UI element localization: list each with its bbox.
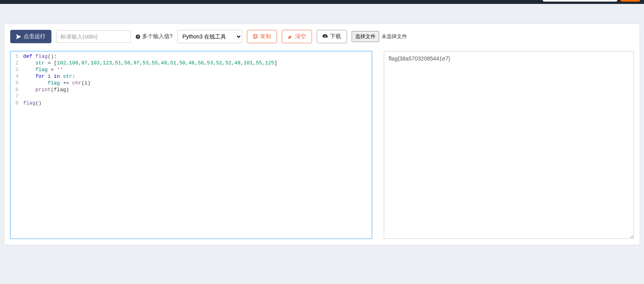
- copy-icon: [253, 34, 258, 39]
- eraser-icon: [288, 34, 293, 39]
- file-chooser[interactable]: 选择文件 未选择文件: [352, 31, 407, 42]
- copy-button[interactable]: 复制: [247, 30, 277, 43]
- output-text: flag{38a57032085441e7}: [389, 55, 451, 62]
- paper-plane-icon: [16, 34, 21, 39]
- run-button-label: 点击运行: [24, 33, 46, 40]
- stdin-input[interactable]: [56, 30, 131, 43]
- question-circle-icon: ?: [135, 34, 140, 39]
- line-number-gutter: 1 2 3 4 5 6 7 8: [11, 51, 21, 238]
- main-panel: 点击运行 ? 多个输入值? Python3 在线工具 复制 清空 下载: [4, 24, 640, 245]
- multi-input-label: 多个输入值?: [142, 33, 173, 40]
- clear-button-label: 清空: [295, 33, 306, 40]
- nav-search-input[interactable]: [543, 0, 617, 2]
- download-button[interactable]: 下载: [317, 30, 347, 43]
- multi-input-help[interactable]: ? 多个输入值?: [135, 33, 173, 40]
- code-content[interactable]: def flag(): str = [102,108,97,103,123,51…: [21, 51, 372, 238]
- nav-search-button[interactable]: [620, 0, 640, 2]
- svg-text:?: ?: [137, 35, 139, 38]
- cloud-download-icon: [323, 34, 328, 39]
- clear-button[interactable]: 清空: [282, 30, 312, 43]
- code-editor[interactable]: 1 2 3 4 5 6 7 8 def flag(): str = [102,1…: [10, 51, 372, 239]
- output-panel[interactable]: flag{38a57032085441e7}: [384, 51, 634, 239]
- language-select[interactable]: Python3 在线工具: [177, 30, 242, 43]
- toolbar: 点击运行 ? 多个输入值? Python3 在线工具 复制 清空 下载: [10, 30, 634, 43]
- run-button[interactable]: 点击运行: [10, 30, 51, 43]
- file-choose-button[interactable]: 选择文件: [352, 31, 379, 42]
- download-button-label: 下载: [330, 33, 341, 40]
- file-choose-status: 未选择文件: [381, 33, 407, 40]
- top-navbar: [0, 0, 644, 4]
- copy-button-label: 复制: [260, 33, 271, 40]
